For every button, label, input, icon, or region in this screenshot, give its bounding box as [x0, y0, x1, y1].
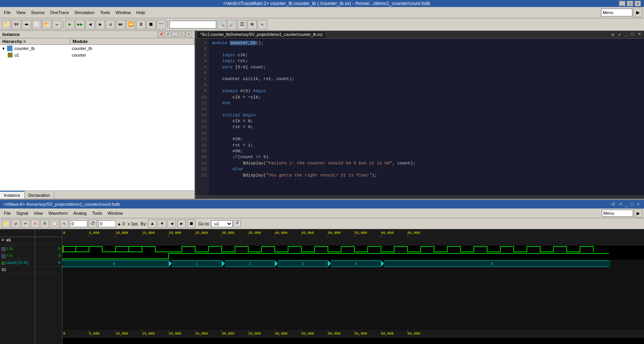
- nwave-by-stop-btn[interactable]: ⏹: [187, 219, 196, 228]
- toolbar-back-btn[interactable]: ◀: [85, 20, 95, 29]
- source-min-btn[interactable]: _: [623, 31, 629, 38]
- toolbar-arrow-btn[interactable]: ↖: [258, 20, 267, 29]
- hierarchy-cell-name-2: u1: [0, 52, 70, 58]
- menu-file[interactable]: File: [2, 9, 13, 16]
- goto-select[interactable]: u1: [211, 220, 233, 227]
- hierarchy-col-label: Hierarchy ≡: [0, 38, 70, 45]
- count-seg-0-bg: [63, 260, 168, 267]
- nwave-paste-btn[interactable]: 📋: [50, 219, 59, 228]
- menu-onetrace[interactable]: OneTrace: [48, 9, 71, 16]
- tab-instance[interactable]: Instance: [0, 191, 25, 199]
- nwave-open-btn[interactable]: 📁: [2, 219, 10, 228]
- nwave-undo-btn[interactable]: ↩: [21, 219, 30, 228]
- nwave-max-btn[interactable]: □: [630, 201, 635, 208]
- toolbar-step-btn[interactable]: ⏭: [116, 20, 125, 29]
- nwave-time-btn[interactable]: ⏱: [89, 219, 97, 228]
- nwave-menu-search[interactable]: [602, 210, 633, 217]
- nwave-reload-btn[interactable]: ↺: [610, 201, 616, 208]
- nwave-by-left-btn[interactable]: ◀: [167, 219, 176, 228]
- tab-declaration[interactable]: Declaration: [25, 191, 55, 199]
- toolbar-step2-btn[interactable]: ⏩: [126, 20, 135, 29]
- svg-text:30,000: 30,000: [222, 332, 234, 336]
- nwave-menu-tools[interactable]: Tools: [90, 210, 105, 216]
- toolbar-pause-btn[interactable]: ⏸: [136, 20, 146, 29]
- panel-close-btn[interactable]: ×: [186, 32, 192, 37]
- toolbar-run-btn[interactable]: ▶: [65, 20, 75, 29]
- nwave-cursor-input[interactable]: [98, 220, 116, 227]
- toolbar-fwd-btn[interactable]: ▶: [96, 20, 105, 29]
- nwave-by-right-btn[interactable]: ▶: [177, 219, 186, 228]
- nwave-menu-signal[interactable]: Signal: [14, 210, 31, 216]
- panel-pin-btn[interactable]: 📌: [158, 32, 164, 37]
- nwave-menu-search-btn[interactable]: ▶: [634, 209, 642, 217]
- nwave-menu-view[interactable]: View: [31, 210, 45, 216]
- nwave-menu-waveform[interactable]: Waveform: [46, 210, 70, 216]
- source-tab-main[interactable]: *Src1:counter_tb(/home/ssy/SV_project/de…: [197, 31, 326, 38]
- nwave-arrow-btn[interactable]: ↗: [617, 201, 623, 208]
- toolbar-stop-btn[interactable]: ⏹: [146, 20, 156, 29]
- menu-simulation[interactable]: Simulation: [72, 9, 97, 16]
- hierarchy-body: ▼ counter_tb counter_tb u1 counter: [0, 45, 194, 191]
- svg-text:50,000: 50,000: [328, 231, 340, 235]
- source-max-btn[interactable]: □: [630, 31, 636, 38]
- signal-row-u1[interactable]: = u1: [0, 237, 35, 244]
- nwave-menu-analog[interactable]: Analog: [71, 210, 89, 216]
- minimize-button[interactable]: _: [619, 1, 625, 6]
- nwave-section: <nWave:6> /home/ssy/SV_project/demo1_cou…: [0, 199, 644, 344]
- signal-row-count[interactable]: count[5:0]: [0, 260, 35, 267]
- panel-arrow-btn[interactable]: ↗: [165, 32, 171, 37]
- toolbar-open-btn[interactable]: 📁: [2, 20, 11, 29]
- count-val-0: 0: [113, 262, 115, 266]
- toolbar-run2-btn[interactable]: ▶▶: [75, 20, 85, 29]
- source-reload-btn[interactable]: ↺: [610, 31, 616, 38]
- nwave-close-btn[interactable]: ×: [636, 201, 641, 208]
- toolbar-search-input[interactable]: [169, 21, 216, 29]
- panel-minimize-btn[interactable]: _: [172, 32, 178, 37]
- toolbar-btn2[interactable]: ◀▶: [22, 20, 31, 29]
- hierarchy-row-counter-tb[interactable]: ▼ counter_tb counter_tb: [0, 45, 194, 52]
- svg-text:45,000: 45,000: [301, 332, 314, 336]
- toolbar-btn3[interactable]: ⬜: [32, 20, 41, 29]
- toolbar-list-btn[interactable]: ☰: [237, 20, 247, 29]
- toolbar-circle-btn[interactable]: ↺: [106, 20, 115, 29]
- nwave-menu-file[interactable]: File: [2, 210, 13, 216]
- nwave-min-btn[interactable]: _: [624, 201, 629, 208]
- toolbar-btn4[interactable]: 📂: [42, 20, 52, 29]
- nwave-cursor-btn[interactable]: ↖: [60, 219, 69, 228]
- toolbar-grid-btn[interactable]: ⊞: [247, 20, 257, 29]
- menu-tools[interactable]: Tools: [98, 9, 112, 16]
- toolbar-new-btn[interactable]: SV: [12, 20, 21, 29]
- nwave-by-down-btn[interactable]: ▼: [158, 219, 166, 228]
- close-button[interactable]: ×: [635, 1, 641, 6]
- source-arrow-btn[interactable]: ↗: [616, 31, 622, 38]
- toolbar-search-btn[interactable]: 🔍: [217, 20, 226, 29]
- nwave-delete-btn[interactable]: ✕: [31, 219, 39, 228]
- toolbar-wave-btn[interactable]: 〰: [157, 20, 166, 29]
- nwave-time-input[interactable]: [70, 220, 87, 227]
- hierarchy-row-u1[interactable]: u1 counter: [0, 52, 194, 58]
- toolbar-edit-btn[interactable]: ✏: [52, 20, 62, 29]
- signal-row-clk[interactable]: clk: [0, 246, 35, 253]
- menu-window[interactable]: Window: [113, 9, 133, 16]
- toolbar-search2-btn[interactable]: 🔎: [227, 20, 237, 29]
- expand-counter-tb[interactable]: ▼: [2, 46, 5, 51]
- nwave-menu-window[interactable]: Window: [105, 210, 125, 216]
- source-scrollbar[interactable]: [195, 196, 644, 199]
- maximize-button[interactable]: □: [627, 1, 633, 6]
- signal-row-rst[interactable]: rst: [0, 253, 35, 260]
- nwave-by-up-btn[interactable]: ▲: [148, 219, 157, 228]
- menu-help[interactable]: Help: [134, 9, 148, 16]
- menu-search-input[interactable]: [601, 9, 632, 16]
- nwave-refresh-btn[interactable]: ↺: [11, 219, 20, 228]
- val-row-count: 0: [35, 260, 62, 267]
- source-close-btn[interactable]: ×: [637, 31, 642, 38]
- nwave-copy-btn[interactable]: ⎘: [41, 219, 49, 228]
- nwave-goto-btn[interactable]: P: [234, 220, 241, 227]
- menu-view[interactable]: View: [14, 9, 28, 16]
- signal-row-g2[interactable]: G2: [0, 267, 35, 274]
- nwave-by-label: By:: [141, 221, 147, 226]
- menu-search-btn[interactable]: ▶: [633, 8, 642, 17]
- panel-maximize-btn[interactable]: □: [179, 32, 185, 37]
- count-val-2: 2: [249, 262, 251, 266]
- menu-source[interactable]: Source: [28, 9, 47, 16]
